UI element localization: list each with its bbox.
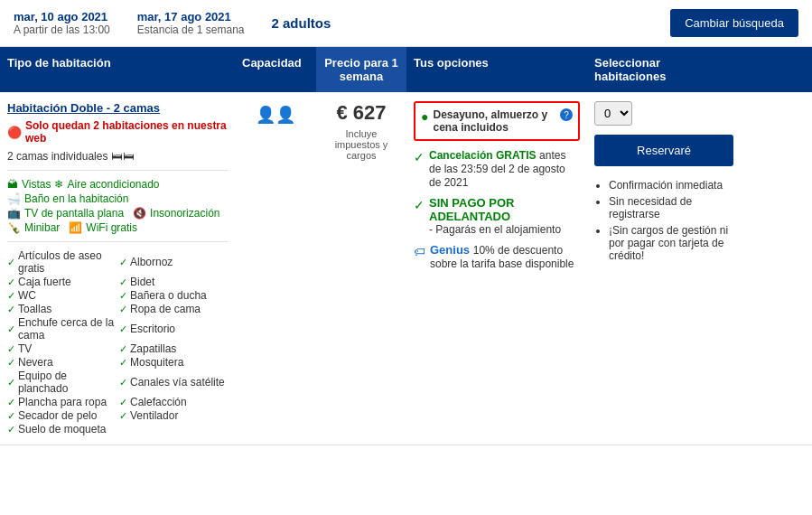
price-col: € 627 Incluye impuestos y cargos (316, 92, 406, 170)
check-icon: ✓ (119, 257, 127, 268)
check-icon: ✓ (7, 377, 15, 389)
check-icon: ✓ (7, 397, 15, 408)
amenity-list-item: ✓TV (7, 342, 116, 355)
amenities-group: 🏔 Vistas ❄ Aire acondicionado 🛁 Baño en … (7, 178, 228, 234)
check-icon: ✓ (7, 343, 15, 355)
checkout-sub: Estancia de 1 semana (137, 23, 245, 36)
benefit-item: ¡Sin cargos de gestión ni por pagar con … (609, 224, 733, 262)
amenity-tv: 📺 TV de pantalla plana 🔇 Insonorización (7, 207, 228, 220)
amenity-list-item: ✓Bañera o ducha (119, 289, 228, 302)
check-icon: ✓ (119, 397, 127, 408)
col-capacity: Capacidad (235, 47, 316, 92)
bed-icon: 🛏🛏 (111, 149, 135, 163)
price-amount: € 627 (323, 101, 399, 125)
check-icon: ✓ (7, 357, 15, 369)
top-bar: mar, 10 ago 2021 A partir de las 13:00 m… (0, 0, 812, 47)
col-room-type: Tipo de habitación (0, 47, 235, 92)
reserve-button[interactable]: Reservaré (594, 135, 733, 166)
option-meal: ● Desayuno, almuerzo y cena incluidos ? (421, 108, 573, 134)
tv-icon: 📺 (7, 207, 21, 220)
check-icon: ✓ (119, 304, 127, 315)
table-header: Tipo de habitación Capacidad Precio para… (0, 47, 812, 92)
genius-icon: 🏷 (414, 245, 425, 258)
ac-icon: ❄ (54, 178, 63, 191)
no-prepay-label: SIN PAGO POR ADELANTADO (429, 196, 580, 223)
items-list: ✓Artículos de aseo gratis✓Albornoz✓Caja … (7, 249, 228, 435)
room-row: Habitación Doble - 2 camas 🔴 Solo quedan… (0, 92, 812, 445)
person-icons: 👤👤 (256, 105, 295, 125)
amenity-list-item: ✓Mosquitera (119, 356, 228, 369)
amenity-list-item: ✓Enchufe cerca de la cama (7, 316, 116, 342)
green-dot-icon: ● (421, 109, 428, 124)
checkin-date: mar, 10 ago 2021 (14, 10, 110, 23)
amenity-list-item: ✓Ventilador (119, 409, 228, 422)
price-includes: Incluye impuestos y cargos (323, 128, 399, 161)
check-icon: ✓ (7, 424, 15, 435)
amenity-list-item: ✓Suelo de moqueta (7, 423, 116, 435)
capacity-col: 👤👤 (235, 92, 316, 134)
check-icon: ✓ (119, 343, 127, 355)
genius-label: Genius (430, 243, 470, 257)
check-icon: ✓ (119, 290, 127, 302)
check-icon: ✓ (7, 323, 15, 335)
options-col: ● Desayuno, almuerzo y cena incluidos ? … (406, 92, 587, 279)
amenity-list-item: ✓WC (7, 289, 116, 302)
room-name[interactable]: Habitación Doble - 2 camas (7, 101, 160, 115)
checkout-date: mar, 17 ago 2021 (137, 10, 245, 23)
change-search-button[interactable]: Cambiar búsqueda (670, 9, 798, 37)
amenity-bano: 🛁 Baño en la habitación (7, 192, 228, 205)
cancel-free-line: ✓ Cancelación GRATIS antes de las 23:59 … (414, 148, 580, 189)
check-icon: ✓ (119, 357, 127, 369)
col-price: Precio para 1 semana (316, 47, 406, 92)
amenity-list-item: ✓Calefacción (119, 396, 228, 408)
amenity-list-item: ✓Equipo de planchado (7, 370, 116, 395)
checkin-section: mar, 10 ago 2021 A partir de las 13:00 (14, 10, 110, 36)
amenity-list-item: ✓Caja fuerte (7, 276, 116, 288)
alert-icon: 🔴 (7, 126, 22, 139)
amenity-list-item: ✓Artículos de aseo gratis (7, 249, 116, 275)
amenity-list-item: ✓Ropa de cama (119, 303, 228, 315)
bath-icon: 🛁 (7, 192, 21, 205)
amenity-minibar: 🍾 Minibar 📶 WiFi gratis (7, 221, 228, 234)
benefit-item: Sin necesidad de registrarse (609, 195, 733, 220)
col-select: Seleccionar habitaciones (587, 47, 741, 92)
amenity-list-item: ✓Secador de pelo (7, 409, 116, 422)
minibar-icon: 🍾 (7, 221, 21, 234)
help-icon[interactable]: ? (560, 108, 573, 121)
vistas-icon: 🏔 (7, 178, 18, 191)
benefits-list: Confirmación inmediataSin necesidad de r… (594, 179, 733, 262)
check-icon: ✓ (7, 257, 15, 268)
amenity-list-item: ✓Bidet (119, 276, 228, 288)
check-icon: ✓ (119, 276, 127, 288)
sound-icon: 🔇 (133, 207, 146, 220)
quantity-select[interactable]: 012345 (594, 101, 632, 126)
wifi-icon: 📶 (69, 221, 82, 234)
check-icon: ✓ (7, 290, 15, 302)
room-info-col: Habitación Doble - 2 camas 🔴 Solo quedan… (0, 92, 235, 445)
cancellation-section: ✓ Cancelación GRATIS antes de las 23:59 … (414, 148, 580, 270)
amenity-list-item: ✓Toallas (7, 303, 116, 315)
amenity-list-item: ✓Canales vía satélite (119, 370, 228, 395)
check-icon: ✓ (119, 323, 127, 335)
select-col: 012345 Reservaré Confirmación inmediataS… (587, 92, 741, 275)
amenity-vistas: 🏔 Vistas ❄ Aire acondicionado (7, 178, 228, 191)
amenity-list-item: ✓Albornoz (119, 249, 228, 275)
no-prepay-sub: - Pagarás en el alojamiento (429, 223, 580, 236)
availability-alert: 🔴 Solo quedan 2 habitaciones en nuestra … (7, 119, 228, 145)
check-icon2: ✓ (414, 198, 425, 212)
check-icon: ✓ (414, 150, 425, 164)
benefit-item: Confirmación inmediata (609, 179, 733, 192)
check-icon: ✓ (119, 410, 127, 422)
check-icon: ✓ (7, 276, 15, 288)
amenity-list-item: ✓Escritorio (119, 316, 228, 342)
option-highlighted-box: ● Desayuno, almuerzo y cena incluidos ? (414, 101, 580, 141)
check-icon: ✓ (7, 304, 15, 315)
bed-description: 2 camas individuales 🛏🛏 (7, 149, 228, 163)
check-icon: ✓ (7, 410, 15, 422)
amenity-list-item: ✓Zapatillas (119, 342, 228, 355)
divider (7, 170, 228, 171)
checkout-section: mar, 17 ago 2021 Estancia de 1 semana (137, 10, 245, 36)
genius-line: 🏷 Genius 10% de descuento sobre la tarif… (414, 243, 580, 270)
amenity-list-item: ✓Nevera (7, 356, 116, 369)
cancel-free-text: Cancelación GRATIS (429, 149, 536, 162)
